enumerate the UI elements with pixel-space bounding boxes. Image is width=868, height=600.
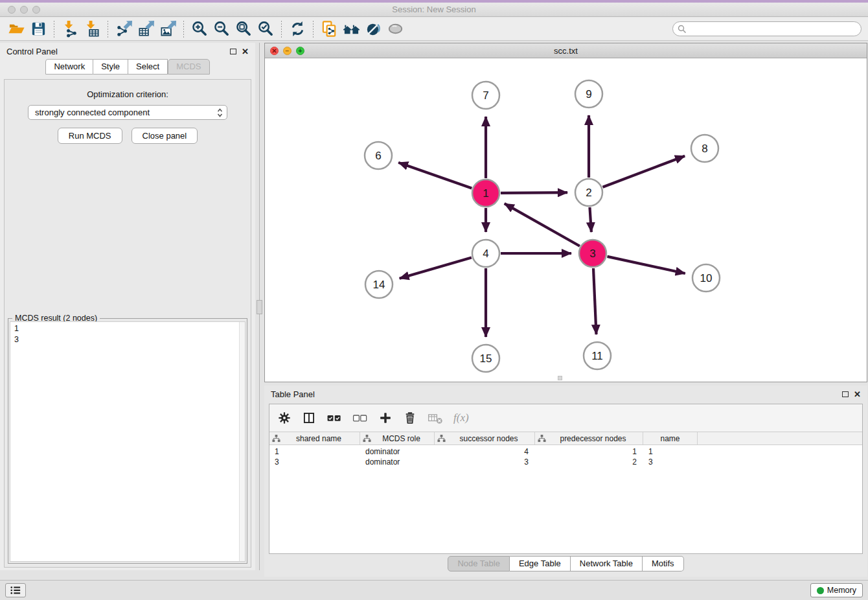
graph-node-11[interactable]: 11 <box>584 342 611 369</box>
table-cell[interactable]: 3 <box>643 457 698 467</box>
zoom-selected-icon[interactable] <box>255 19 277 39</box>
export-table-icon[interactable] <box>135 19 157 39</box>
tab-network-table[interactable]: Network Table <box>571 556 643 571</box>
show-columns-icon[interactable] <box>302 411 316 425</box>
search-input[interactable] <box>687 23 861 35</box>
network-window-title: scc.txt <box>265 46 867 56</box>
zoom-fit-icon[interactable] <box>233 19 255 39</box>
table-cell[interactable]: 1 <box>535 446 643 457</box>
graph-node-14[interactable]: 14 <box>365 271 393 298</box>
graph-node-15[interactable]: 15 <box>472 345 499 372</box>
open-session-icon[interactable] <box>5 19 27 39</box>
table-panel: Table Panel ✕ <box>264 386 867 577</box>
run-mcds-button[interactable]: Run MCDS <box>58 128 122 144</box>
app-titlebar: Session: New Session <box>0 0 868 17</box>
tab-select[interactable]: Select <box>128 59 168 75</box>
optimization-criterion-select[interactable]: strongly connected component <box>28 105 227 120</box>
svg-text:3: 3 <box>589 248 595 260</box>
column-header-MCDS-role[interactable]: MCDS role <box>360 432 435 444</box>
column-header-name[interactable]: name <box>643 432 698 444</box>
export-image-icon[interactable] <box>157 19 179 39</box>
tab-network[interactable]: Network <box>45 59 93 75</box>
first-neighbors-icon[interactable] <box>340 19 362 39</box>
close-table-panel-icon[interactable]: ✕ <box>854 390 861 398</box>
table-cell[interactable]: dominator <box>360 457 435 467</box>
save-session-icon[interactable] <box>27 19 49 39</box>
table-row[interactable]: 1dominator411 <box>269 446 862 457</box>
graph-edge-2-3[interactable] <box>589 207 591 232</box>
toolbar-separator <box>183 21 184 38</box>
svg-text:11: 11 <box>591 350 603 362</box>
graph-node-3[interactable]: 3 <box>579 240 606 267</box>
toolbar-separator <box>313 21 314 38</box>
import-network-icon[interactable] <box>59 19 81 39</box>
clone-network-icon[interactable] <box>318 19 340 39</box>
column-header-predecessor-nodes[interactable]: predecessor nodes <box>535 432 643 444</box>
graph-edge-2-8[interactable] <box>603 156 685 187</box>
tab-mcds[interactable]: MCDS <box>168 59 209 75</box>
table-cell[interactable]: dominator <box>360 446 435 457</box>
column-header-shared-name[interactable]: shared name <box>269 432 360 444</box>
select-all-rows-icon[interactable] <box>326 411 342 424</box>
close-panel-icon[interactable]: ✕ <box>242 47 249 56</box>
tab-edge-table[interactable]: Edge Table <box>510 556 571 571</box>
hide-graphics-icon[interactable] <box>384 19 406 39</box>
graph-edge-3-11[interactable] <box>593 268 597 334</box>
graph-node-4[interactable]: 4 <box>472 240 499 267</box>
table-settings-icon[interactable] <box>277 411 291 425</box>
table-header-row: shared nameMCDS rolesuccessor nodesprede… <box>269 432 862 445</box>
float-panel-icon[interactable] <box>230 49 236 54</box>
graph-node-10[interactable]: 10 <box>692 264 720 292</box>
table-cell[interactable]: 2 <box>535 457 643 467</box>
close-panel-button[interactable]: Close panel <box>131 128 198 144</box>
graph-node-2[interactable]: 2 <box>575 179 602 206</box>
memory-button[interactable]: Memory <box>810 583 863 597</box>
graph-node-9[interactable]: 9 <box>575 80 602 108</box>
graph-edge-3-1[interactable] <box>505 203 580 246</box>
tab-motifs[interactable]: Motifs <box>643 556 684 571</box>
table-cell[interactable]: 3 <box>269 457 360 467</box>
graph-edge-3-10[interactable] <box>607 257 685 273</box>
graph-svg[interactable]: 7968124314101511 <box>265 58 867 382</box>
tab-style[interactable]: Style <box>93 59 128 75</box>
column-header-label: name <box>646 434 694 443</box>
control-panel-header: Control Panel ✕ <box>0 43 255 60</box>
graph-edge-1-2[interactable] <box>501 192 567 193</box>
apply-layout-icon[interactable] <box>286 19 308 39</box>
svg-text:8: 8 <box>702 143 707 155</box>
table-cell[interactable]: 1 <box>643 446 698 457</box>
graph-node-6[interactable]: 6 <box>365 142 392 169</box>
table-cell[interactable]: 4 <box>435 446 535 457</box>
table-cell[interactable]: 3 <box>435 457 535 467</box>
control-panel: Control Panel ✕ NetworkStyleSelectMCDS O… <box>0 43 255 570</box>
table-cell[interactable]: 1 <box>269 446 360 457</box>
float-table-panel-icon[interactable] <box>842 391 849 397</box>
table-row[interactable]: 3dominator323 <box>269 457 862 467</box>
result-scrollbar[interactable] <box>239 322 245 561</box>
deselect-all-rows-icon[interactable] <box>352 411 368 424</box>
search-box[interactable] <box>672 21 862 36</box>
svg-text:7: 7 <box>483 89 488 102</box>
panel-splitter-grip[interactable] <box>257 300 262 314</box>
mcds-result-area[interactable]: 1 3 <box>10 321 246 562</box>
task-history-button[interactable] <box>5 583 26 597</box>
add-column-icon[interactable] <box>378 411 393 425</box>
delete-column-icon[interactable] <box>403 411 417 425</box>
graph-node-7[interactable]: 7 <box>472 82 499 109</box>
canvas-grip[interactable] <box>558 376 562 380</box>
column-header-successor-nodes[interactable]: successor nodes <box>435 432 535 444</box>
network-canvas[interactable]: 7968124314101511 <box>265 58 867 382</box>
graph-edge-1-6[interactable] <box>398 163 472 189</box>
zoom-out-icon[interactable] <box>211 19 233 39</box>
graphics-details-icon[interactable] <box>362 19 384 39</box>
network-window-titlebar[interactable]: scc.txt ✕ − + <box>265 43 867 58</box>
graph-node-1[interactable]: 1 <box>472 179 499 207</box>
mcds-result-text: 1 3 <box>10 322 245 345</box>
export-network-icon[interactable] <box>113 19 135 39</box>
import-table-icon[interactable] <box>81 19 103 39</box>
tab-node-table[interactable]: Node Table <box>448 556 510 571</box>
graph-node-8[interactable]: 8 <box>691 135 718 162</box>
zoom-in-icon[interactable] <box>188 19 211 39</box>
graph-edge-4-14[interactable] <box>400 257 472 278</box>
column-type-icon <box>437 434 446 443</box>
